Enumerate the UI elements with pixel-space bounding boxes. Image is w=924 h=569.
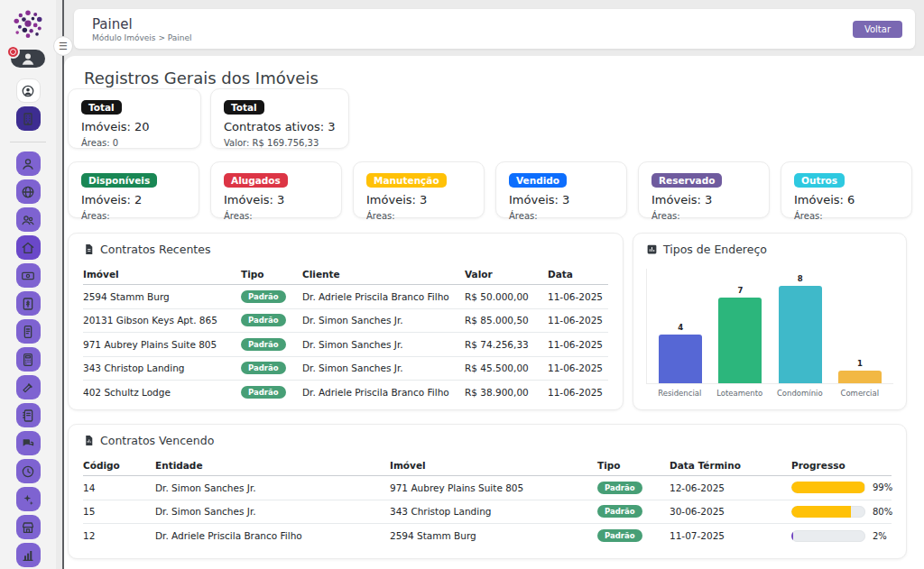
status-cards-row: DisponíveisImóveis: 2Áreas:AlugadosImóve…: [68, 161, 912, 218]
tipo-badge: Padrão: [241, 314, 286, 326]
summary-card-1: TotalContratos ativos: 3Valor: R$ 169.75…: [210, 88, 349, 149]
globe-icon: [21, 185, 35, 199]
table-header-row: CódigoEntidadeImóvelTipoData TérminoProg…: [83, 454, 892, 476]
cell-cliente: Dr. Simon Sanches Jr.: [302, 339, 465, 350]
cell-entidade: Dr. Simon Sanches Jr.: [155, 482, 390, 493]
status-badge: Disponíveis: [81, 173, 157, 188]
cell-valor: R$ 45.500,00: [465, 363, 548, 373]
sidebar-separator: [10, 142, 46, 142]
sidebar-item-messages[interactable]: [16, 431, 41, 455]
cell-valor: R$ 85.000,50: [465, 315, 548, 326]
status-card-1: AlugadosImóveis: 3Áreas:: [210, 161, 342, 218]
cell-imovel: 2594 Stamm Burg: [390, 530, 597, 541]
card-secondary-text: Áreas: 0: [81, 138, 188, 148]
tipo-badge: Padrão: [597, 482, 642, 494]
table-row: 343 Christop LandingPadrãoDr. Simon Sanc…: [83, 357, 608, 381]
sidebar-item-payments[interactable]: [16, 263, 41, 288]
sidebar-item-ledger[interactable]: [16, 291, 41, 316]
table-row: 971 Aubrey Plains Suite 805PadrãoDr. Sim…: [83, 333, 608, 357]
table-row: 15Dr. Simon Sanches Jr.343 Christop Land…: [83, 500, 892, 525]
column-header: Valor: [465, 269, 548, 280]
sidebar-item-reports[interactable]: [16, 543, 41, 567]
status-badge: Vendido: [509, 173, 567, 188]
category-label: Loteamento: [713, 389, 767, 398]
column-header: Imóvel: [83, 269, 241, 280]
recent-contracts-label: Contratos Recentes: [100, 243, 210, 256]
column-header: Imóvel: [390, 460, 597, 471]
cell-cliente: Dr. Adriele Priscila Branco Filho: [302, 387, 465, 398]
tipo-badge: Padrão: [241, 290, 286, 303]
table-row: 402 Schultz LodgePadrãoDr. Adriele Prisc…: [83, 381, 608, 405]
page-title: Painel: [92, 16, 192, 32]
card-secondary-text: Áreas:: [509, 211, 614, 221]
sidebar-item-notebook[interactable]: [16, 403, 41, 427]
tipo-badge: Padrão: [241, 362, 286, 374]
cell-imovel: 971 Aubrey Plains Suite 805: [83, 339, 241, 350]
chart-bar-Condomínio: 8: [779, 274, 822, 383]
category-label: Comercial: [833, 389, 887, 398]
sidebar-item-store[interactable]: [16, 515, 41, 539]
column-header: Cliente: [302, 269, 465, 280]
calculator-icon: [21, 353, 35, 367]
bar-value-label: 8: [798, 274, 803, 283]
sidebar-item-calculator[interactable]: [16, 347, 41, 372]
user-avatar[interactable]: [11, 50, 45, 68]
banknote-icon: [21, 269, 35, 283]
cell-valor: R$ 38.900,00: [465, 387, 548, 398]
cell-imovel: 343 Christop Landing: [390, 506, 597, 517]
bar-value-label: 1: [857, 359, 863, 368]
cell-codigo: 12: [83, 530, 155, 541]
column-header: Entidade: [155, 460, 390, 471]
recent-contracts-panel: Contratos Recentes ImóvelTipoClienteValo…: [68, 233, 624, 410]
cell-data: 11-06-2025: [548, 291, 608, 302]
card-primary-text: Imóveis: 3: [509, 193, 614, 206]
address-types-bar-chart: 4781ResidencialLoteamentoCondomínioComer…: [646, 269, 893, 398]
sidebar-item-person[interactable]: [16, 151, 41, 176]
cell-imovel: 343 Christop Landing: [83, 363, 241, 373]
cell-imovel: 20131 Gibson Keys Apt. 865: [83, 315, 241, 326]
cell-data: 11-06-2025: [548, 315, 608, 326]
card-primary-text: Imóveis: 6: [794, 193, 899, 206]
chart-bar-Comercial: 1: [838, 359, 882, 383]
progress-bar: [791, 530, 865, 542]
table-row: 14Dr. Simon Sanches Jr.971 Aubrey Plains…: [83, 476, 892, 500]
id-badge-icon: [21, 84, 35, 98]
back-button[interactable]: Voltar: [853, 21, 902, 38]
card-secondary-text: Áreas:: [81, 211, 186, 221]
sidebar-item-clients[interactable]: [16, 207, 41, 232]
sidebar-item-buildings[interactable]: [16, 106, 41, 131]
table-row: 20131 Gibson Keys Apt. 865PadrãoDr. Simo…: [83, 309, 608, 334]
sidebar-item-contacts[interactable]: [16, 78, 41, 103]
notebook-icon: [21, 408, 35, 423]
status-card-5: OutrosImóveis: 6Áreas:: [781, 161, 912, 218]
summary-card-0: TotalImóveis: 20Áreas: 0: [68, 88, 201, 149]
overview-heading: Registros Gerais dos Imóveis: [84, 69, 319, 87]
cell-codigo: 14: [83, 482, 155, 493]
app-logo-icon[interactable]: [7, 6, 49, 42]
sidebar-item-web[interactable]: [16, 179, 41, 204]
cell-data: 11-06-2025: [548, 363, 608, 373]
card-primary-text: Contratos ativos: 3: [224, 120, 336, 133]
sidebar: [0, 0, 56, 569]
table-row: 12Dr. Adriele Priscila Branco Filho2594 …: [83, 524, 892, 548]
column-header: Tipo: [241, 269, 302, 280]
card-secondary-text: Áreas:: [794, 211, 899, 221]
chart-plot-area: 4781: [646, 269, 893, 384]
sidebar-toggle-button[interactable]: ☰: [53, 36, 73, 56]
address-types-title: Tipos de Endereço: [646, 243, 893, 256]
sidebar-item-history[interactable]: [16, 459, 41, 483]
cell-cliente: Dr. Simon Sanches Jr.: [302, 363, 465, 373]
progress-label: 99%: [873, 482, 892, 492]
expiring-contracts-panel: Contratos Vencendo CódigoEntidadeImóvelT…: [68, 424, 907, 559]
breadcrumb[interactable]: Módulo Imóveis > Painel: [92, 33, 192, 42]
hammer-icon: [21, 381, 35, 395]
tipo-badge: Padrão: [241, 386, 286, 399]
sidebar-item-properties[interactable]: [16, 235, 41, 260]
cell-imovel: 2594 Stamm Burg: [83, 291, 241, 302]
sidebar-item-maintenance[interactable]: [16, 375, 41, 399]
cell-data-termino: 12-06-2025: [670, 482, 791, 493]
sidebar-item-documents[interactable]: [16, 319, 41, 344]
sidebar-item-automations[interactable]: [16, 487, 41, 511]
progress-bar: [791, 482, 865, 493]
card-primary-text: Imóveis: 3: [366, 193, 471, 206]
